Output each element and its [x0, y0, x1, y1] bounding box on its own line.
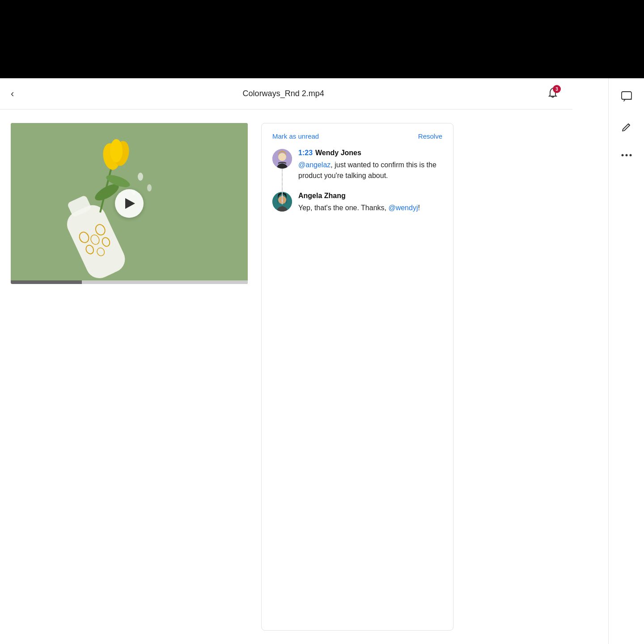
- header: ‹ Colorways_Rnd 2.mp4 3: [0, 78, 572, 110]
- more-icon: [621, 153, 632, 157]
- notification-badge: 3: [553, 85, 561, 93]
- main-content: Mark as unread Resolve: [0, 110, 572, 644]
- comment-text-angela: Yep, that's the one. Thanks, @wendyj!: [298, 203, 442, 213]
- comment-author: Wendy Jones: [315, 149, 361, 157]
- back-button[interactable]: ‹: [11, 88, 14, 100]
- play-button[interactable]: [115, 189, 144, 218]
- video-progress: [11, 280, 82, 284]
- header-right: 3: [544, 84, 562, 103]
- comment-text-part: !: [418, 204, 419, 212]
- black-bar-top: [0, 0, 644, 78]
- comment-author-line: 1:23 Wendy Jones: [298, 149, 442, 157]
- toolbar-edit-button[interactable]: [617, 119, 636, 137]
- svg-point-23: [621, 154, 623, 157]
- play-icon: [125, 198, 135, 209]
- comment-item: Angela Zhang Yep, that's the one. Thanks…: [272, 192, 442, 213]
- right-toolbar: [608, 78, 644, 644]
- comment-text-part: Yep, that's the one. Thanks,: [298, 204, 388, 212]
- comment-author-line-angela: Angela Zhang: [298, 192, 442, 200]
- resolve-button[interactable]: Resolve: [418, 132, 442, 140]
- svg-point-25: [629, 154, 631, 157]
- svg-point-19: [278, 153, 286, 161]
- comment-item: 1:23 Wendy Jones @angelaz, just wanted t…: [272, 149, 442, 181]
- svg-point-14: [110, 139, 123, 162]
- toolbar-more-button[interactable]: [617, 150, 636, 161]
- video-container: [11, 123, 248, 631]
- svg-point-15: [138, 173, 143, 181]
- page-title: Colorways_Rnd 2.mp4: [23, 89, 544, 98]
- notification-button[interactable]: 3: [544, 84, 562, 103]
- comment-body-wendy: 1:23 Wendy Jones @angelaz, just wanted t…: [298, 149, 442, 181]
- video-scrubber[interactable]: [11, 280, 248, 284]
- comment-thread-line: [282, 169, 283, 204]
- avatar-wendy: [272, 149, 292, 169]
- mark-as-unread-button[interactable]: Mark as unread: [272, 132, 319, 140]
- mention-wendyj: @wendyj: [388, 204, 418, 212]
- wendy-avatar-image: [272, 149, 292, 169]
- svg-point-24: [625, 154, 627, 157]
- svg-rect-22: [622, 92, 631, 99]
- toolbar-comment-button[interactable]: [617, 87, 636, 106]
- comment-panel: Mark as unread Resolve: [261, 123, 453, 631]
- comment-thread: 1:23 Wendy Jones @angelaz, just wanted t…: [272, 149, 442, 213]
- comment-author-angela: Angela Zhang: [298, 192, 346, 200]
- mention-angelaz: @angelaz: [298, 161, 330, 169]
- comment-body-angela: Angela Zhang Yep, that's the one. Thanks…: [298, 192, 442, 213]
- app-wrapper: ‹ Colorways_Rnd 2.mp4 3: [0, 78, 644, 644]
- comment-panel-header: Mark as unread Resolve: [272, 132, 442, 140]
- main-area: ‹ Colorways_Rnd 2.mp4 3: [0, 78, 608, 644]
- pencil-icon: [621, 122, 632, 134]
- svg-point-16: [147, 184, 152, 191]
- comment-icon: [621, 91, 632, 102]
- comment-text-wendy: @angelaz, just wanted to confirm this is…: [298, 160, 442, 181]
- comment-timestamp: 1:23: [298, 149, 313, 157]
- video-player: [11, 123, 248, 284]
